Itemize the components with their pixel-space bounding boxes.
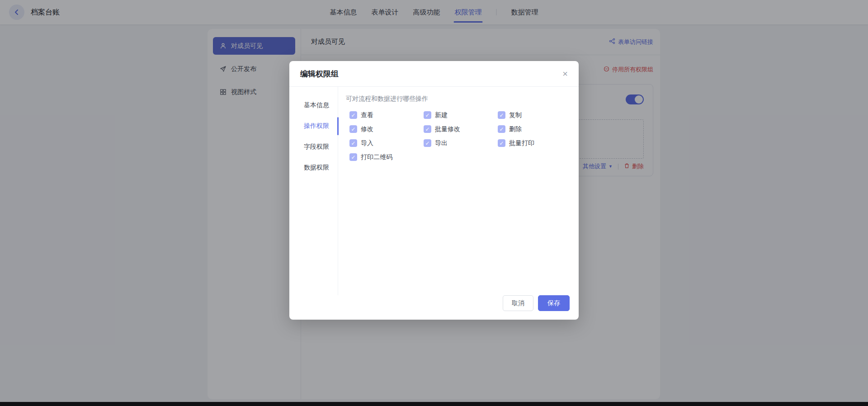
checked-checkbox-icon[interactable]: ✓ [349, 139, 357, 147]
checked-checkbox-icon[interactable]: ✓ [424, 139, 431, 147]
permission-checkbox-copy[interactable]: ✓复制 [498, 110, 579, 120]
checked-checkbox-icon[interactable]: ✓ [349, 153, 357, 161]
modal-tab-data-permission[interactable]: 数据权限 [289, 157, 338, 178]
modal-body: 基本信息 操作权限 字段权限 数据权限 可对流程和数据进行哪些操作 ✓查看 ✓新… [289, 87, 579, 295]
modal-footer: 取消 保存 [289, 295, 579, 320]
permission-checkbox-print-qrcode[interactable]: ✓打印二维码 [349, 152, 424, 162]
section-label: 可对流程和数据进行哪些操作 [346, 95, 579, 103]
modal-title: 编辑权限组 [300, 69, 339, 79]
close-icon[interactable]: × [562, 69, 568, 78]
checked-checkbox-icon[interactable]: ✓ [349, 125, 357, 133]
checked-checkbox-icon[interactable]: ✓ [498, 111, 505, 119]
modal-content: 可对流程和数据进行哪些操作 ✓查看 ✓新建 ✓复制 ✓修改 ✓批量修改 ✓删除 … [338, 87, 579, 295]
permission-checkbox-import[interactable]: ✓导入 [349, 138, 424, 148]
checked-checkbox-icon[interactable]: ✓ [349, 111, 357, 119]
permission-checkbox-modify[interactable]: ✓修改 [349, 124, 424, 134]
modal-header: 编辑权限组 × [289, 61, 579, 87]
permission-checkbox-batch-modify[interactable]: ✓批量修改 [424, 124, 498, 134]
checked-checkbox-icon[interactable]: ✓ [424, 125, 431, 133]
permission-checkbox-delete[interactable]: ✓删除 [498, 124, 579, 134]
checked-checkbox-icon[interactable]: ✓ [498, 125, 505, 133]
checked-checkbox-icon[interactable]: ✓ [424, 111, 431, 119]
save-button[interactable]: 保存 [538, 295, 570, 311]
edit-permission-group-modal: 编辑权限组 × 基本信息 操作权限 字段权限 数据权限 可对流程和数据进行哪些操… [289, 61, 579, 320]
permission-checkbox-create[interactable]: ✓新建 [424, 110, 498, 120]
modal-tab-operation-permission[interactable]: 操作权限 [289, 116, 338, 137]
permission-checkbox-view[interactable]: ✓查看 [349, 110, 424, 120]
permission-grid: ✓查看 ✓新建 ✓复制 ✓修改 ✓批量修改 ✓删除 ✓导入 ✓导出 ✓批量打印 … [349, 110, 579, 162]
permission-checkbox-export[interactable]: ✓导出 [424, 138, 498, 148]
permission-checkbox-batch-print[interactable]: ✓批量打印 [498, 138, 579, 148]
modal-tabs: 基本信息 操作权限 字段权限 数据权限 [289, 87, 338, 295]
cancel-button[interactable]: 取消 [503, 295, 533, 311]
modal-tab-field-permission[interactable]: 字段权限 [289, 137, 338, 157]
checked-checkbox-icon[interactable]: ✓ [498, 139, 505, 147]
modal-tab-basic-info[interactable]: 基本信息 [289, 95, 338, 116]
